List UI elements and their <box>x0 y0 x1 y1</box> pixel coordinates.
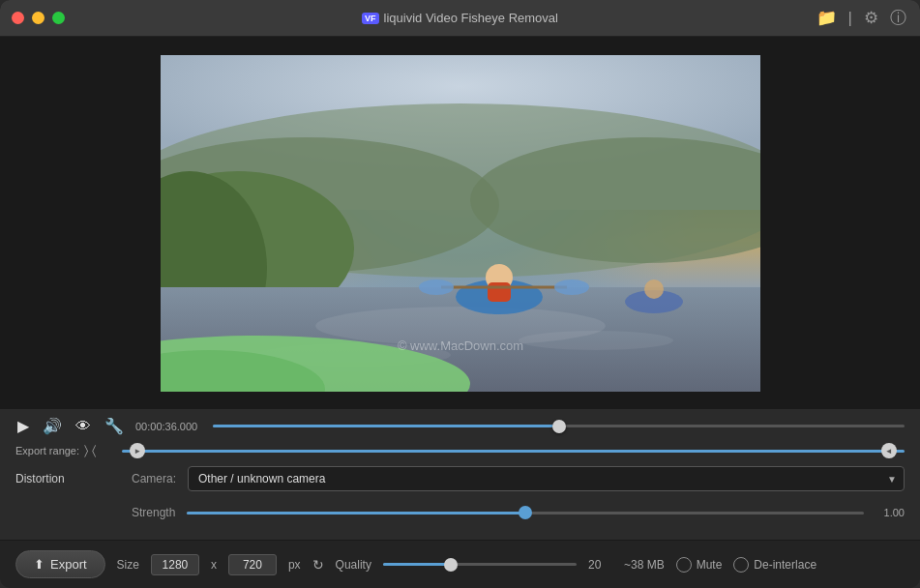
range-slider[interactable]: ► ◄ <box>122 441 905 460</box>
app-badge: VF <box>362 13 379 24</box>
svg-point-17 <box>554 279 589 295</box>
range-arrows: 〉 〈 <box>84 443 96 458</box>
mute-checkbox[interactable] <box>676 557 692 573</box>
svg-point-16 <box>419 279 454 295</box>
distortion-label: Distortion <box>15 472 112 485</box>
export-icon: ⬆ <box>34 557 45 572</box>
width-input[interactable] <box>151 554 199 575</box>
play-button[interactable]: ▶ <box>15 415 31 437</box>
size-x: x <box>211 558 217 572</box>
strength-row: Strength 1.00 <box>15 503 905 522</box>
camera-selector[interactable]: Other / unknown camera GoPro Hero 3 GoPr… <box>188 466 905 491</box>
height-input[interactable] <box>228 554 277 575</box>
info-icon[interactable]: ⓘ <box>890 7 906 29</box>
video-frame: © www.MacDown.com <box>161 55 760 392</box>
strength-fill <box>187 512 525 514</box>
maximize-button[interactable] <box>52 12 65 24</box>
video-area: © www.MacDown.com <box>0 37 920 409</box>
export-range-row: Export range: 〉 〈 ► ◄ <box>15 441 905 460</box>
export-range-label: Export range: 〉 〈 <box>15 443 112 458</box>
title-bar: VF liquivid Video Fisheye Removal 📁 | ⚙ … <box>0 0 920 37</box>
app-name: liquivid Video Fisheye Removal <box>384 11 558 25</box>
playback-icons: ▶ 🔊 👁 🔧 <box>15 415 126 437</box>
volume-button[interactable]: 🔊 <box>41 415 64 437</box>
strength-slider[interactable] <box>187 503 864 522</box>
px-label: px <box>288 558 301 572</box>
svg-point-9 <box>519 331 673 350</box>
settings-button[interactable]: 🔧 <box>103 415 126 437</box>
quality-fill <box>383 563 451 566</box>
range-thumb-right[interactable]: ◄ <box>881 443 897 458</box>
title-bar-actions: 📁 | ⚙ ⓘ <box>816 7 906 29</box>
export-label: Export <box>50 557 87 572</box>
strength-thumb[interactable] <box>519 506 532 519</box>
camera-field-label: Camera: <box>132 472 176 485</box>
deinterlace-label: De-interlace <box>754 558 816 572</box>
playback-row: ▶ 🔊 👁 🔧 00:00:36.000 <box>15 415 905 437</box>
quality-label: Quality <box>336 558 371 572</box>
distortion-camera-row: Distortion Camera: Other / unknown camer… <box>15 466 905 491</box>
strength-value: 1.00 <box>875 507 905 518</box>
quality-value: 20 <box>588 558 612 572</box>
deinterlace-checkbox[interactable] <box>733 557 749 573</box>
size-label: Size <box>117 558 139 572</box>
camera-select-input[interactable]: Other / unknown camera GoPro Hero 3 GoPr… <box>188 466 905 491</box>
timeline-slider[interactable] <box>213 417 905 436</box>
settings-panel: Distortion Camera: Other / unknown camer… <box>15 466 905 534</box>
app-title: VF liquivid Video Fisheye Removal <box>362 11 558 25</box>
range-track <box>122 450 905 453</box>
minimize-button[interactable] <box>32 12 45 24</box>
export-bar: ⬆ Export Size x px ↻ Quality 20 ~38 MB M… <box>0 540 920 588</box>
export-button[interactable]: ⬆ Export <box>15 550 105 578</box>
main-content: © www.MacDown.com ▶ 🔊 👁 🔧 00:00:36.000 <box>0 37 920 588</box>
reset-size-button[interactable]: ↻ <box>312 557 324 573</box>
svg-point-19 <box>644 279 664 299</box>
range-thumb-left[interactable]: ► <box>130 443 145 458</box>
divider: | <box>848 9 852 28</box>
svg-text:© www.MacDown.com: © www.MacDown.com <box>397 338 522 353</box>
quality-slider[interactable] <box>383 555 577 574</box>
close-button[interactable] <box>12 12 24 24</box>
svg-rect-14 <box>488 282 511 302</box>
gear-icon[interactable]: ⚙ <box>864 8 878 28</box>
folder-icon[interactable]: 📁 <box>816 8 837 28</box>
file-size: ~38 MB <box>624 558 665 572</box>
deinterlace-section: De-interlace <box>733 557 816 573</box>
mute-section: Mute <box>676 557 723 573</box>
controls-area: ▶ 🔊 👁 🔧 00:00:36.000 Export range: 〉 〈 <box>0 409 920 540</box>
quality-thumb[interactable] <box>444 558 458 572</box>
mute-label: Mute <box>697 558 723 572</box>
strength-label: Strength <box>132 506 175 519</box>
video-scene: © www.MacDown.com <box>161 55 760 392</box>
left-arrow-icon[interactable]: 〉 <box>84 443 88 458</box>
timeline-fill <box>213 425 559 427</box>
window-controls <box>12 12 65 24</box>
preview-button[interactable]: 👁 <box>74 416 93 437</box>
video-container: © www.MacDown.com <box>161 55 760 392</box>
timeline-thumb[interactable] <box>552 420 566 433</box>
quality-track <box>383 563 577 566</box>
time-display: 00:00:36.000 <box>135 421 203 432</box>
export-range-text: Export range: <box>15 445 79 456</box>
right-arrow-icon[interactable]: 〈 <box>92 443 96 458</box>
